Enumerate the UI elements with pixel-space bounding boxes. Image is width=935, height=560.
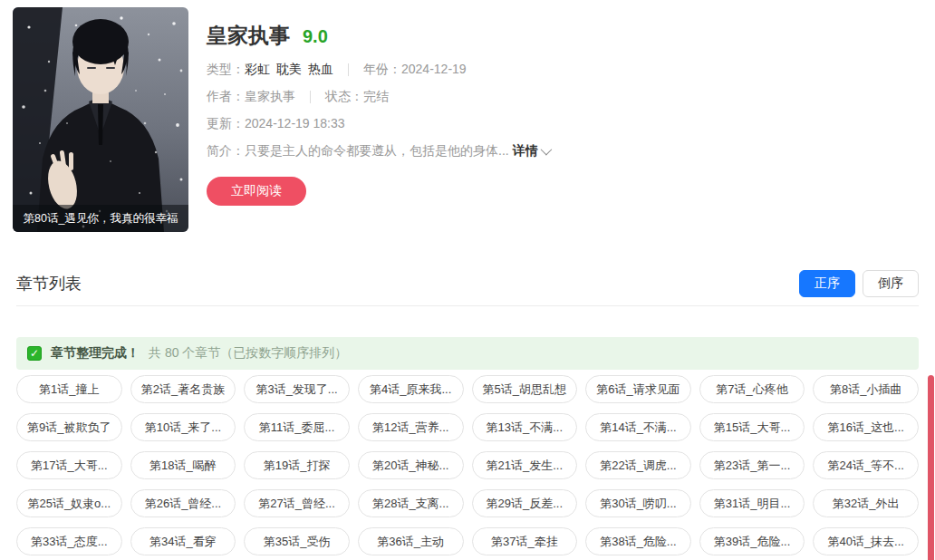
chevron-down-icon <box>540 144 552 156</box>
meta-row-type-year: 类型： 彩虹耽美热血 年份： 2024-12-19 <box>207 62 895 77</box>
chapter-button[interactable]: 第23话_第一... <box>699 451 805 479</box>
meta-row-update: 更新： 2024-12-19 18:33 <box>207 116 895 131</box>
chapter-button[interactable]: 第31话_明目... <box>699 489 805 517</box>
detail-toggle-link[interactable]: 详情 <box>513 143 549 159</box>
chapter-button[interactable]: 第32话_外出 <box>813 489 919 517</box>
chapter-button[interactable]: 第37话_牵挂 <box>472 527 578 555</box>
chapter-button[interactable]: 第27话_曾经... <box>244 489 350 517</box>
chapter-button[interactable]: 第25话_奴隶o... <box>16 489 122 517</box>
chapter-sorted-notice: ✓ 章节整理完成！ 共 80 个章节（已按数字顺序排列） <box>16 337 919 370</box>
sort-button-group: 正序 倒序 <box>799 270 919 297</box>
chapter-button[interactable]: 第29话_反差... <box>472 489 578 517</box>
comic-info-panel: 皇家执事 9.0 类型： 彩虹耽美热血 年份： 2024-12-19 作者： 皇… <box>207 22 895 206</box>
sort-ascending-button[interactable]: 正序 <box>799 270 855 297</box>
chapter-button[interactable]: 第33话_态度... <box>16 527 122 555</box>
chapter-button[interactable]: 第30话_唠叨... <box>585 489 691 517</box>
chapter-button[interactable]: 第5话_胡思乱想 <box>472 375 578 403</box>
chapter-list-header: 章节列表 正序 倒序 <box>16 261 919 306</box>
intro-text: 只要是主人的命令都要遵从，包括是他的身体... <box>245 143 509 159</box>
status-label: 状态： <box>325 89 363 104</box>
chapter-button[interactable]: 第14话_不满... <box>585 413 691 441</box>
chapter-button[interactable]: 第36话_主动 <box>358 527 464 555</box>
chapter-button[interactable]: 第28话_支离... <box>358 489 464 517</box>
comic-title: 皇家执事 <box>207 22 290 50</box>
chapter-button[interactable]: 第17话_大哥... <box>16 451 122 479</box>
cover-art-illustration <box>13 7 188 232</box>
chapter-button[interactable]: 第20话_神秘... <box>358 451 464 479</box>
chapter-button[interactable]: 第10话_来了... <box>130 413 236 441</box>
chapter-button[interactable]: 第3话_发现了... <box>244 375 350 403</box>
chapter-button[interactable]: 第7话_心疼他 <box>699 375 805 403</box>
vertical-divider <box>310 91 311 103</box>
vertical-divider <box>348 63 349 76</box>
chapter-button[interactable]: 第1话_撞上 <box>16 375 122 403</box>
chapter-button[interactable]: 第11话_委屈... <box>244 413 350 441</box>
chapter-button[interactable]: 第21话_发生... <box>472 451 578 479</box>
chapter-button[interactable]: 第16话_这也... <box>813 413 919 441</box>
type-tag-link[interactable]: 耽美 <box>276 62 302 77</box>
status-value: 完结 <box>363 89 389 104</box>
year-value: 2024-12-19 <box>401 62 467 77</box>
read-now-button[interactable]: 立即阅读 <box>207 177 306 206</box>
chapter-button[interactable]: 第26话_曾经... <box>130 489 236 517</box>
chapter-button[interactable]: 第24话_等不... <box>813 451 919 479</box>
chapter-button[interactable]: 第2话_著名贵族 <box>130 375 236 403</box>
update-label: 更新： <box>207 116 245 131</box>
chapter-button[interactable]: 第8话_小插曲 <box>813 375 919 403</box>
meta-row-intro: 简介： 只要是主人的命令都要遵从，包括是他的身体... 详情 <box>207 143 895 159</box>
check-icon: ✓ <box>27 346 42 361</box>
author-value: 皇家执事 <box>245 89 295 104</box>
comic-detail-page: 第80话_遇见你，我真的很幸福 皇家执事 9.0 类型： 彩虹耽美热血 年份： … <box>0 0 935 560</box>
update-value: 2024-12-19 18:33 <box>245 116 345 131</box>
chapter-button[interactable]: 第6话_请求见面 <box>585 375 691 403</box>
chapter-button[interactable]: 第35话_受伤 <box>244 527 350 555</box>
cover-latest-chapter-caption: 第80话_遇见你，我真的很幸福 <box>13 205 188 232</box>
notice-bold-text: 章节整理完成！ <box>51 345 140 362</box>
rating-score: 9.0 <box>303 26 328 47</box>
chapter-button[interactable]: 第22话_调虎... <box>585 451 691 479</box>
chapter-button[interactable]: 第4话_原来我... <box>358 375 464 403</box>
chapter-button[interactable]: 第38话_危险... <box>585 527 691 555</box>
chapter-button[interactable]: 第13话_不满... <box>472 413 578 441</box>
type-tag-link[interactable]: 热血 <box>308 62 333 77</box>
chapter-button[interactable]: 第34话_看穿 <box>130 527 236 555</box>
year-label: 年份： <box>363 62 401 77</box>
chapter-button[interactable]: 第12话_营养... <box>358 413 464 441</box>
notice-normal-text: 共 80 个章节（已按数字顺序排列） <box>149 345 347 362</box>
cover-image[interactable]: 第80话_遇见你，我真的很幸福 <box>13 7 188 232</box>
chapter-button[interactable]: 第40话_抹去... <box>813 527 919 555</box>
scrollbar-thumb[interactable] <box>928 375 934 560</box>
type-tags: 彩虹耽美热血 <box>245 62 333 77</box>
type-label: 类型： <box>207 62 245 77</box>
chapter-button[interactable]: 第15话_大哥... <box>699 413 805 441</box>
chapter-button[interactable]: 第9话_被欺负了 <box>16 413 122 441</box>
sort-descending-button[interactable]: 倒序 <box>863 270 919 297</box>
type-tag-link[interactable]: 彩虹 <box>245 62 270 77</box>
chapter-button[interactable]: 第19话_打探 <box>244 451 350 479</box>
chapter-grid: 第1话_撞上第2话_著名贵族第3话_发现了...第4话_原来我...第5话_胡思… <box>16 375 919 555</box>
intro-label: 简介： <box>207 143 245 159</box>
meta-row-author-status: 作者： 皇家执事 状态： 完结 <box>207 89 895 104</box>
detail-link-label: 详情 <box>513 143 538 159</box>
chapter-button[interactable]: 第39话_危险... <box>699 527 805 555</box>
chapter-section-title: 章节列表 <box>16 273 82 294</box>
author-label: 作者： <box>207 89 245 104</box>
chapter-button[interactable]: 第18话_喝醉 <box>130 451 236 479</box>
